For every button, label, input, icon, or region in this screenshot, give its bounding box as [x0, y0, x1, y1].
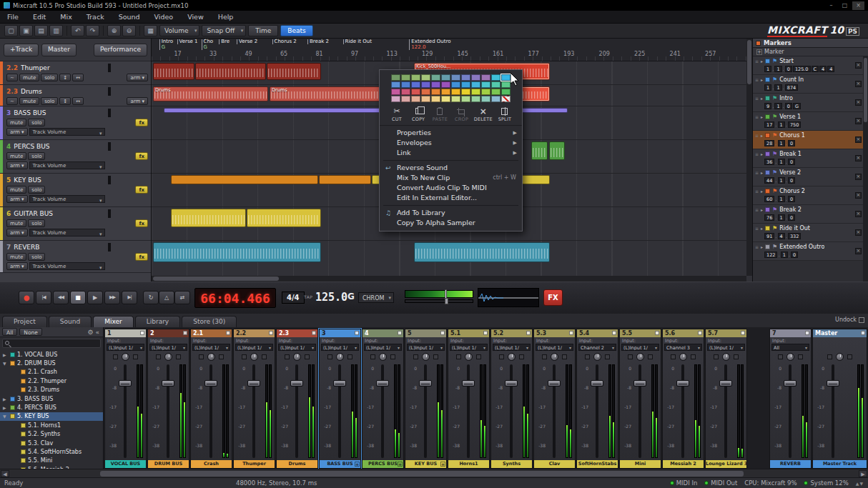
track-pan-slider[interactable]	[109, 109, 111, 117]
menu-sound[interactable]: Sound	[112, 13, 147, 21]
swap-icon[interactable]: ↔	[72, 97, 84, 105]
timeline-ruler[interactable]: 1733496581971131291451611771932092252412…	[152, 39, 746, 61]
midi-activity-icon[interactable]: ▦	[144, 25, 157, 36]
input-dropdown[interactable]: (L)Input 1/▾	[621, 344, 659, 351]
select-all-button[interactable]: All	[2, 328, 17, 336]
solo-mini-button[interactable]	[605, 354, 610, 359]
collapse-icon[interactable]: «	[95, 329, 101, 336]
mute-mini-button[interactable]	[671, 354, 676, 359]
time-display[interactable]: 66:04.466	[194, 288, 276, 308]
gear-icon[interactable]: ⚙	[87, 329, 93, 336]
sidebar-item-2-3-drums[interactable]: 2.3. Drums	[0, 386, 103, 394]
mixer-strip-lounge-lizard-3[interactable]: 5.7Input:(L)Input 1/▾0-8-17-27-38Lounge …	[705, 329, 747, 469]
link-icon[interactable]	[140, 331, 144, 335]
link-icon[interactable]	[226, 331, 230, 335]
volume-dropdown[interactable]: Volume▾	[159, 25, 199, 36]
color-swatch[interactable]	[491, 74, 500, 81]
marker-color-chip[interactable]	[765, 151, 770, 156]
link-icon[interactable]	[269, 331, 273, 335]
marker-position-value[interactable]: 0	[791, 252, 798, 258]
home-button[interactable]: |◀	[36, 291, 51, 304]
mute-mini-button[interactable]	[242, 354, 247, 359]
strip-name[interactable]: Lounge Lizard 3	[706, 460, 746, 468]
fader-handle[interactable]	[204, 380, 217, 387]
marker-position-value[interactable]: 44	[764, 177, 774, 184]
ruler-marker-break-2[interactable]: Break 2	[307, 39, 329, 44]
color-swatch[interactable]	[441, 81, 450, 88]
delete-marker-button[interactable]: ×	[855, 81, 862, 87]
fx-button[interactable]: fx	[135, 253, 148, 261]
menu-view[interactable]: View	[180, 13, 211, 21]
marker-meter-value[interactable]: 4	[819, 66, 827, 72]
arm-button[interactable]: arm ▾	[6, 229, 28, 236]
master-volume-meter[interactable]	[405, 290, 473, 306]
link-icon[interactable]	[483, 331, 488, 335]
menu-item-convert-audio-clip-to-midi[interactable]: Convert Audio Clip To MIDI	[380, 183, 522, 193]
track-mini-faders[interactable]	[108, 109, 148, 116]
color-swatch[interactable]	[491, 81, 500, 88]
link-icon[interactable]	[741, 331, 745, 335]
color-swatch[interactable]	[401, 81, 410, 88]
marker-position-value[interactable]: 9	[764, 103, 771, 109]
marker-row-chorus-2[interactable]: ≡▸⚑Chorus 2×60.1.0	[753, 186, 863, 205]
add-marker-button[interactable]: + Marker	[753, 48, 868, 56]
pan-knob[interactable]	[379, 353, 387, 361]
color-swatch[interactable]	[491, 89, 500, 95]
track-mini-faders[interactable]	[108, 88, 148, 95]
solo-mini-button[interactable]	[433, 354, 438, 359]
minimize-button[interactable]: –	[825, 1, 837, 10]
menu-item-envelopes[interactable]: Envelopes▶	[380, 138, 522, 148]
input-dropdown[interactable]: (L)Input 1/▾	[321, 344, 359, 351]
mute-button[interactable]: mute	[19, 74, 39, 81]
delete-marker-button[interactable]: ×	[855, 62, 862, 69]
marker-position-value[interactable]: 1	[781, 252, 788, 258]
mixer-strip-key-bus[interactable]: 5Input:(L)Input 1/▾0-8-17-27-38KEY BUS+	[405, 329, 447, 469]
marker-position-value[interactable]: 36	[764, 159, 774, 165]
scroll-right-icon[interactable]: ▶	[859, 470, 867, 477]
marker-position-value[interactable]: 1	[778, 159, 785, 165]
marker-tempo-value[interactable]: 125.0	[793, 66, 811, 72]
pan-knob[interactable]	[836, 353, 844, 361]
color-swatch[interactable]	[451, 81, 460, 88]
color-swatch[interactable]	[461, 74, 470, 81]
strip-name[interactable]: Crash	[191, 460, 232, 468]
mixer-strip-bass-bus[interactable]: 3Input:(L)Input 1/▾0-8-17-27-38BASS BUS+	[319, 329, 361, 469]
audio-clip[interactable]	[171, 209, 246, 227]
color-swatch[interactable]	[391, 96, 400, 102]
solo-mini-button[interactable]	[133, 354, 138, 359]
marker-row-verse-2[interactable]: ≡▸⚑Verse 2×44.1.0	[753, 168, 863, 186]
color-swatch[interactable]	[421, 96, 430, 102]
marker-position-value[interactable]: 750	[788, 121, 801, 128]
drag-handle-icon[interactable]: ≡	[755, 189, 759, 194]
scale-dropdown[interactable]: CHROM▾	[358, 292, 394, 303]
color-swatch[interactable]	[481, 96, 490, 102]
waveform-icon[interactable]: ~	[6, 97, 18, 105]
track-volume-dropdown[interactable]: Track Volume▾	[29, 229, 105, 236]
track-mini-faders[interactable]	[108, 64, 148, 71]
marker-position-value[interactable]: 28	[764, 140, 774, 146]
marker-position-value[interactable]: 0	[788, 214, 795, 221]
marker-color-chip[interactable]	[765, 244, 770, 249]
marker-color-chip[interactable]	[765, 114, 770, 119]
sidebar-item-1-vocal-bus[interactable]: ▶1. VOCAL BUS	[0, 350, 103, 359]
solo-button[interactable]: solo	[41, 97, 58, 105]
color-swatch[interactable]	[451, 96, 460, 102]
color-swatch[interactable]	[501, 89, 511, 95]
drag-handle-icon[interactable]: ≡	[755, 59, 759, 64]
pan-knob[interactable]	[508, 353, 516, 361]
marker-position-value[interactable]: 60	[764, 196, 774, 202]
color-swatch[interactable]	[431, 89, 440, 95]
color-swatch[interactable]	[401, 89, 410, 95]
input-dropdown[interactable]: (L)Input 1/▾	[107, 344, 144, 351]
status-scroll-icons[interactable]: ▲▼	[856, 481, 864, 486]
fast-forward-button[interactable]: ▶▶	[104, 291, 120, 304]
marker-position-value[interactable]: 4	[778, 233, 785, 239]
sidebar-item-5-2-synths[interactable]: 5.2. Synths	[0, 430, 103, 439]
ruler-marker-verse-1[interactable]: Verse 1	[177, 39, 198, 44]
input-dropdown[interactable]: (L)Input 1/▾	[364, 344, 402, 351]
mixer-strip-vocal-bus[interactable]: 1Input:(L)Input 1/▾0-8-17-27-38VOCAL BUS	[104, 329, 147, 469]
color-swatch[interactable]	[411, 96, 420, 102]
expand-submix-icon[interactable]: +	[398, 462, 403, 467]
marker-color-chip[interactable]	[765, 207, 770, 212]
marker-position-value[interactable]: 76	[764, 214, 774, 221]
